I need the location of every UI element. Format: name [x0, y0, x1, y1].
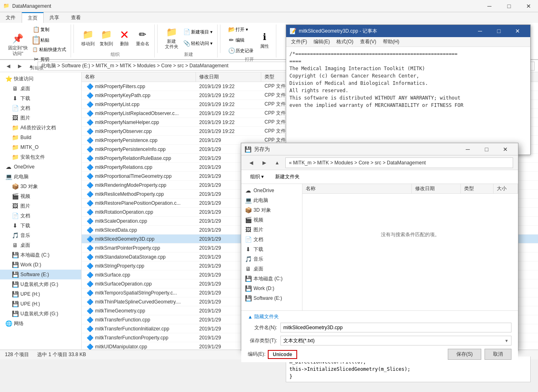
maximize-button[interactable]: □ — [500, 0, 518, 12]
sidebar-item-3d[interactable]: 📦 3D 对象 — [0, 182, 81, 191]
pin-quickaccess-button[interactable]: 📌 固定到"快访问" — [7, 31, 29, 57]
saveas-thispc[interactable]: 💻 此电脑 — [241, 195, 302, 205]
sidebar-item-build[interactable]: 📁 Build — [0, 133, 81, 142]
sidebar-item-diske[interactable]: 💾 Software (E:) — [0, 270, 81, 279]
new-folder-button[interactable]: 📁 新建文件夹 — [163, 25, 180, 50]
sidebar-item-desk2[interactable]: 🖥 桌面 — [0, 240, 81, 250]
minimize-button[interactable]: ─ — [480, 0, 499, 12]
tab-file[interactable]: 文件 — [0, 12, 22, 23]
pin-icon: 📌 — [11, 32, 24, 45]
saveas-video[interactable]: 🎬 视频 — [241, 215, 302, 225]
sidebar-item-onedrive[interactable]: ☁ OneDrive — [0, 162, 81, 172]
saveas-encoding-button[interactable]: Unicode — [268, 350, 297, 359]
notepad-menu-file[interactable]: 文件(F) — [288, 37, 310, 47]
saveas-back[interactable]: ◀ — [246, 158, 256, 168]
rename-button[interactable]: ✏ 重命名 — [134, 27, 151, 47]
sidebar-item-mitko[interactable]: 📁 MITK_O — [0, 142, 81, 152]
copy-to-button[interactable]: 📁 复制到 — [98, 27, 115, 47]
organize-items: 📁 移动到 📁 复制到 ✕ 删除 ✏ 重命名 — [80, 24, 151, 51]
quickaccess-icon: ⭐ — [5, 75, 12, 82]
saveas-col-type[interactable]: 类型 — [461, 184, 494, 193]
sidebar-item-network[interactable]: 🌐 网络 — [0, 319, 81, 328]
sidebar-item-desktop[interactable]: 🖥 桌面 — [0, 84, 81, 93]
saveas-filename-input[interactable] — [280, 323, 511, 332]
sidebar-item-quickaccess[interactable]: ⭐ 快速访问 — [0, 74, 81, 84]
sidebar-item-diskh2[interactable]: 💾 UPE (H:) — [0, 299, 81, 309]
saveas-minimize[interactable]: ─ — [458, 143, 477, 155]
properties-button[interactable]: ℹ 属性 — [256, 30, 273, 50]
sidebar-item-dl[interactable]: ⬇ 下载 — [0, 221, 81, 230]
saveas-address[interactable]: « MITK_m > MITK > Modules > Core > src >… — [285, 157, 513, 168]
col-date[interactable]: 修改日期 — [196, 72, 261, 82]
sidebar-item-downloads[interactable]: ⬇ 下载 — [0, 93, 81, 103]
notepad-menubar: 文件(F) 编辑(E) 格式(O) 查看(V) 帮助(H) — [286, 37, 530, 47]
easy-access-button[interactable]: 📎 轻松访问 ▾ — [182, 38, 214, 48]
notepad-menu-format[interactable]: 格式(O) — [333, 37, 356, 47]
notepad-menu-view[interactable]: 查看(V) — [357, 37, 380, 47]
copy-button[interactable]: 📋 复制 — [31, 24, 67, 34]
notepad-close[interactable]: ✕ — [508, 25, 527, 37]
tab-view[interactable]: 查看 — [65, 12, 87, 23]
desk2-label: 桌面 — [20, 242, 78, 249]
saveas-hide-folder[interactable]: ▲ 隐藏文件夹 — [248, 313, 279, 320]
sidebar-item-packages[interactable]: 📁 安装包文件 — [0, 152, 81, 162]
new-item-button[interactable]: 📄 新建项目 ▾ — [182, 27, 214, 37]
saveas-col-size[interactable]: 大小 — [494, 184, 518, 193]
saveas-new-folder-button[interactable]: 新建文件夹 — [271, 172, 304, 182]
sidebar-item-images[interactable]: 🖼 图片 — [0, 201, 81, 211]
notepad-minimize[interactable]: ─ — [471, 25, 489, 37]
saveas-col-date[interactable]: 修改日期 — [412, 184, 461, 193]
sidebar-item-video[interactable]: 🎬 视频 — [0, 191, 81, 201]
delete-button[interactable]: ✕ 删除 — [116, 27, 133, 47]
open-button[interactable]: 📂 打开 ▾ — [226, 24, 255, 34]
sidebar-item-pictures[interactable]: 🖼 图片 — [0, 113, 81, 123]
saveas-desktop[interactable]: 🖥 桌面 — [241, 264, 302, 274]
file-name: 🔷mitkScaleOperation.cpp — [82, 217, 196, 225]
saveas-onedrive[interactable]: ☁ OneDrive — [241, 186, 302, 195]
saveas-docs[interactable]: 📄 文档 — [241, 235, 302, 244]
move-to-button[interactable]: 📁 移动到 — [80, 27, 96, 47]
sidebar-item-diskg[interactable]: 💾 U盘装机大师 (G:) — [0, 279, 81, 289]
cut-button[interactable]: ✂ 剪切 — [31, 54, 67, 64]
tab-share[interactable]: 共享 — [44, 12, 65, 23]
saveas-filetype-dropdown[interactable]: 文本文档(*.txt) — [280, 336, 511, 345]
notepad-menu-edit[interactable]: 编辑(E) — [310, 37, 333, 47]
saveas-cancel-button[interactable]: 取消 — [485, 349, 511, 360]
saveas-save-button[interactable]: 保存(S) — [448, 349, 481, 360]
sidebar-item-documents[interactable]: 📄 文档 — [0, 211, 81, 221]
saveas-maximize[interactable]: □ — [477, 143, 496, 155]
file-name: 🔷mitkRestorePlanePositionOperation.c... — [82, 199, 196, 207]
sidebar-item-music[interactable]: 🎵 音乐 — [0, 230, 81, 240]
paste-button[interactable]: 📋 粘贴 — [31, 35, 67, 45]
saveas-diskd[interactable]: 💾 Work (D:) — [241, 283, 302, 293]
notepad-menu-help[interactable]: 帮助(H) — [380, 37, 403, 47]
history-button[interactable]: 🕒 历史记录 — [226, 46, 255, 55]
saveas-downloads[interactable]: ⬇ 下载 — [241, 244, 302, 254]
file-name: 🔷mitkSmartPointerProperty.cpp — [82, 244, 196, 252]
sidebar-item-diskg2[interactable]: 💾 U盘装机大师 (G:) — [0, 309, 81, 319]
saveas-diskc[interactable]: 💾 本地磁盘 (C:) — [241, 274, 302, 283]
saveas-close[interactable]: ✕ — [496, 143, 515, 155]
file-date: 2019/1/29 19:22 — [196, 118, 261, 126]
saveas-organize-button[interactable]: 组织 ▾ — [246, 172, 268, 182]
tab-home[interactable]: 主页 — [22, 12, 44, 23]
sidebar-item-thispc[interactable]: 💻 此电脑 — [0, 172, 81, 182]
col-name[interactable]: 名称 — [82, 72, 196, 82]
saveas-3d[interactable]: 📦 3D 对象 — [241, 205, 302, 215]
sidebar-item-diskh[interactable]: 💾 UPE (H:) — [0, 289, 81, 299]
sidebar-item-a6[interactable]: 📁 A6质控设计文档 — [0, 123, 81, 133]
sidebar-item-diskd[interactable]: 💾 Work (D:) — [0, 260, 81, 270]
edit-button[interactable]: ✏ 编辑 — [226, 35, 255, 45]
saveas-col-name[interactable]: 名称 — [302, 184, 412, 193]
close-button[interactable]: ✕ — [519, 0, 538, 12]
saveas-up[interactable]: ▲ — [272, 158, 282, 168]
sidebar-item-docs[interactable]: 📄 文档 — [0, 103, 81, 113]
saveas-images[interactable]: 🖼 图片 — [241, 225, 302, 235]
sidebar-item-diskc[interactable]: 💾 本地磁盘 (C:) — [0, 250, 81, 260]
file-name: 🔷mitkResliceMethodProperty.cpp — [82, 190, 196, 198]
notepad-maximize[interactable]: □ — [489, 25, 508, 37]
paste-shortcut-button[interactable]: 📋 粘贴快捷方式 — [31, 46, 67, 53]
saveas-diske[interactable]: 💾 Software (E:) — [241, 293, 302, 303]
saveas-music[interactable]: 🎵 音乐 — [241, 254, 302, 264]
saveas-forward[interactable]: ▶ — [259, 158, 269, 168]
